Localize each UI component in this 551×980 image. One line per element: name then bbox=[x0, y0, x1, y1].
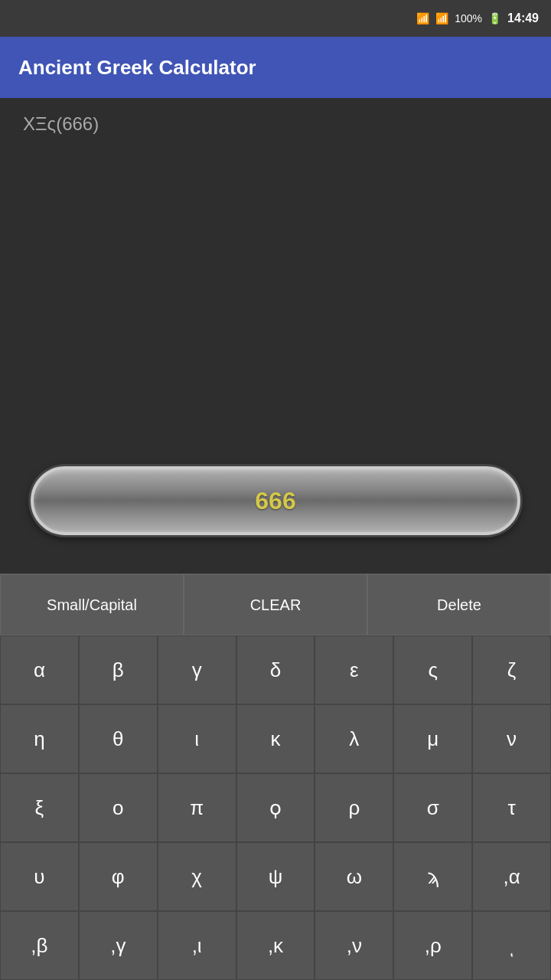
letter-button-22[interactable]: φ bbox=[79, 842, 158, 911]
letter-button-14[interactable]: ξ bbox=[0, 773, 79, 842]
status-time: 14:49 bbox=[507, 11, 539, 25]
signal-icon: 📶 bbox=[435, 12, 448, 24]
greek-display: ΧΞς(666) bbox=[23, 113, 528, 135]
number-pill-container: 666 bbox=[23, 466, 528, 543]
letter-button-11[interactable]: λ bbox=[315, 704, 393, 773]
letter-button-5[interactable]: ς bbox=[393, 635, 472, 704]
letter-button-24[interactable]: ψ bbox=[236, 842, 315, 911]
letter-button-16[interactable]: π bbox=[158, 773, 236, 842]
number-value: 666 bbox=[255, 487, 295, 515]
letter-button-26[interactable]: ϡ bbox=[393, 842, 472, 911]
letter-button-3[interactable]: δ bbox=[236, 635, 315, 704]
small-capital-button[interactable]: Small/Capital bbox=[0, 574, 184, 635]
letter-button-20[interactable]: τ bbox=[472, 773, 551, 842]
letter-button-4[interactable]: ε bbox=[315, 635, 393, 704]
display-area: ΧΞς(666) 666 bbox=[0, 98, 551, 573]
delete-button[interactable]: Delete bbox=[367, 574, 551, 635]
letter-button-25[interactable]: ω bbox=[315, 842, 393, 911]
app-title: Ancient Greek Calculator bbox=[18, 56, 256, 80]
letter-button-32[interactable]: ,ν bbox=[315, 911, 393, 980]
letter-button-15[interactable]: ο bbox=[79, 773, 158, 842]
letter-button-19[interactable]: σ bbox=[393, 773, 472, 842]
letter-button-21[interactable]: υ bbox=[0, 842, 79, 911]
letter-button-12[interactable]: μ bbox=[393, 704, 472, 773]
letter-button-33[interactable]: ,ρ bbox=[393, 911, 472, 980]
letter-button-23[interactable]: χ bbox=[158, 842, 236, 911]
letter-button-17[interactable]: ϙ bbox=[236, 773, 315, 842]
clear-button[interactable]: CLEAR bbox=[184, 574, 367, 635]
number-pill: 666 bbox=[31, 466, 520, 535]
letter-button-8[interactable]: θ bbox=[79, 704, 158, 773]
letter-button-28[interactable]: ,β bbox=[0, 911, 79, 980]
keyboard: Small/Capital CLEAR Delete αβγδεςζηθικλμ… bbox=[0, 573, 551, 980]
app-bar: Ancient Greek Calculator bbox=[0, 37, 551, 98]
letter-button-7[interactable]: η bbox=[0, 704, 79, 773]
letter-button-31[interactable]: ,κ bbox=[236, 911, 315, 980]
battery-text: 100% bbox=[455, 12, 482, 24]
status-bar: 📶 📶 100% 🔋 14:49 bbox=[0, 0, 551, 37]
letter-grid: αβγδεςζηθικλμνξοπϙρστυφχψωϡ,α,β,γ,ι,κ,ν,… bbox=[0, 635, 551, 980]
letter-button-30[interactable]: ,ι bbox=[158, 911, 236, 980]
letter-button-13[interactable]: ν bbox=[472, 704, 551, 773]
top-row: Small/Capital CLEAR Delete bbox=[0, 573, 551, 635]
letter-button-2[interactable]: γ bbox=[158, 635, 236, 704]
wifi-icon: 📶 bbox=[416, 12, 429, 24]
letter-button-6[interactable]: ζ bbox=[472, 635, 551, 704]
letter-button-29[interactable]: ,γ bbox=[79, 911, 158, 980]
battery-icon: 🔋 bbox=[488, 12, 501, 24]
letter-button-18[interactable]: ρ bbox=[315, 773, 393, 842]
letter-button-1[interactable]: β bbox=[79, 635, 158, 704]
letter-button-34[interactable]: ͺ bbox=[472, 911, 551, 980]
letter-button-9[interactable]: ι bbox=[158, 704, 236, 773]
letter-button-0[interactable]: α bbox=[0, 635, 79, 704]
letter-button-27[interactable]: ,α bbox=[472, 842, 551, 911]
letter-button-10[interactable]: κ bbox=[236, 704, 315, 773]
